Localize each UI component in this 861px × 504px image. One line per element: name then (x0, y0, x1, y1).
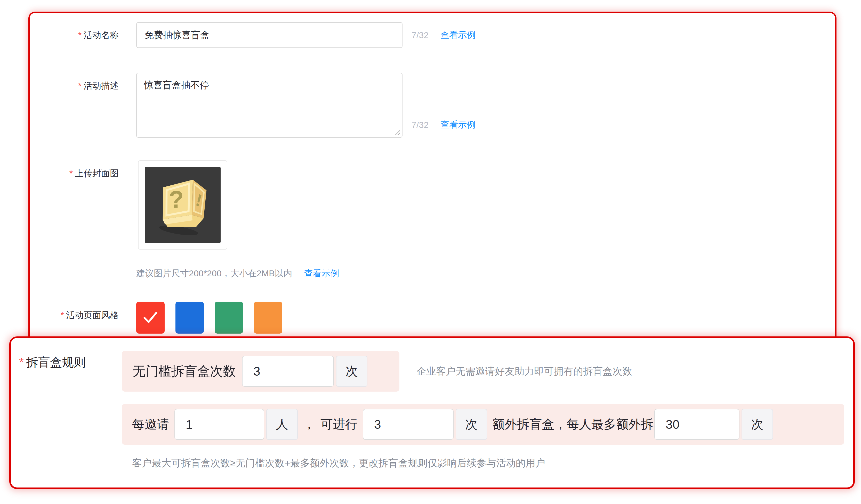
invite-count-input-group: 人 (174, 409, 298, 440)
cover-image-preview: ? ! (145, 167, 221, 243)
required-asterisk: * (60, 310, 64, 320)
base-times-input[interactable] (242, 356, 334, 387)
blindbox-image: ? ! (145, 167, 221, 243)
activity-name-label: *活动名称 (30, 22, 119, 48)
blindbox-rules-panel: *拆盲盒规则 无门槛拆盲盒次数 次 企业客户无需邀请好友助力即可拥有的拆盲盒次数… (9, 336, 855, 489)
rules-note: 客户最大可拆盲盒次数≥无门槛次数+最多额外次数，更改拆盲盒规则仅影响后续参与活动… (132, 456, 545, 470)
required-asterisk: * (78, 81, 82, 90)
base-times-description: 企业客户无需邀请好友助力即可拥有的拆盲盒次数 (416, 351, 632, 392)
activity-desc-textarea[interactable]: 惊喜盲盒抽不停 (136, 73, 402, 138)
max-extra-input[interactable] (654, 409, 739, 440)
activity-name-example-link[interactable]: 查看示例 (440, 29, 476, 41)
cover-image-upload[interactable]: ? ! (138, 160, 227, 250)
style-swatch-red-selected[interactable] (136, 302, 165, 334)
page-style-label: *活动页面风格 (30, 308, 119, 322)
base-times-input-group: 次 (242, 356, 367, 387)
activity-name-input[interactable] (136, 22, 402, 48)
invite-count-unit: 人 (266, 409, 298, 440)
extra-times-unit: 次 (456, 409, 487, 440)
invite-suffix-label: 额外拆盲盒，每人最多额外拆 (492, 416, 653, 433)
comma-separator: ， (303, 416, 315, 433)
textarea-resize-handle[interactable] (394, 129, 400, 136)
activity-desc-counter: 7/32 (411, 120, 428, 130)
cover-size-hint: 建议图片尺寸200*200，大小在2MB以内 (136, 268, 292, 279)
rules-label: *拆盲盒规则 (19, 355, 86, 369)
base-times-unit: 次 (336, 356, 367, 387)
max-extra-input-group: 次 (654, 409, 773, 440)
activity-desc-label: *活动描述 (30, 80, 119, 92)
style-swatch-orange[interactable] (254, 302, 282, 334)
required-asterisk: * (19, 355, 24, 369)
cover-upload-label: *上传封面图 (30, 167, 119, 179)
required-asterisk: * (69, 168, 73, 178)
base-times-label: 无门槛拆盲盒次数 (133, 363, 236, 380)
rule-row-base: 无门槛拆盲盒次数 次 (122, 351, 399, 392)
extra-times-input[interactable] (363, 409, 454, 440)
style-swatch-green[interactable] (215, 302, 243, 334)
activity-desc-example-link[interactable]: 查看示例 (440, 119, 476, 131)
cover-example-link[interactable]: 查看示例 (304, 268, 339, 279)
activity-basic-panel: *活动名称 7/32 查看示例 *活动描述 惊喜盲盒抽不停 7/32 查看示例 … (28, 12, 836, 347)
style-swatch-blue[interactable] (176, 302, 204, 334)
extra-times-input-group: 次 (363, 409, 487, 440)
check-icon (142, 311, 159, 324)
page-style-options (136, 302, 282, 334)
svg-text:?: ? (168, 186, 184, 213)
invite-middle-label: 可进行 (320, 416, 358, 433)
max-extra-unit: 次 (741, 409, 773, 440)
invite-count-input[interactable] (174, 409, 264, 440)
required-asterisk: * (78, 30, 82, 40)
rule-row-invite: 每邀请 人 ， 可进行 次 额外拆盲盒，每人最多额外拆 次 (122, 404, 844, 445)
invite-prefix-label: 每邀请 (132, 416, 169, 433)
activity-name-counter: 7/32 (411, 30, 428, 40)
